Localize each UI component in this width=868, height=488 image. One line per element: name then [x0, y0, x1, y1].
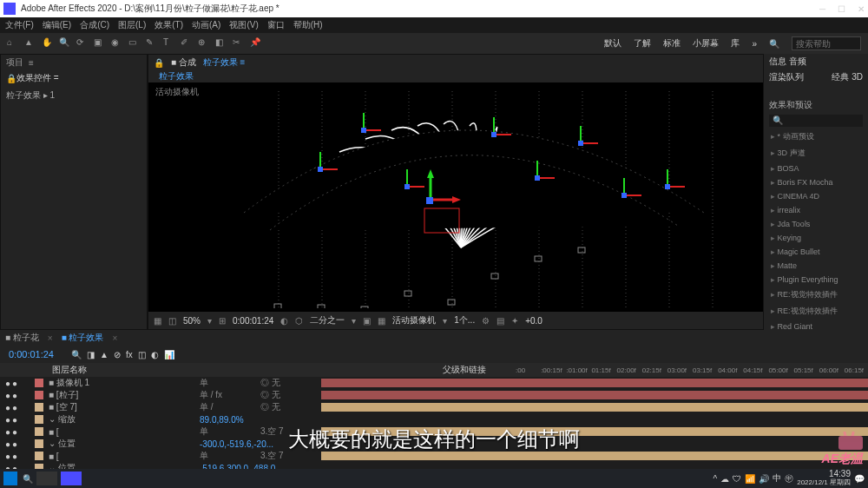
effect-category[interactable]: 3D 声道	[764, 145, 868, 162]
project-item[interactable]: 粒子效果 ▸ 1	[6, 89, 141, 102]
tray-sound-icon[interactable]: 🔊	[759, 474, 769, 484]
menu-view[interactable]: 视图(V)	[229, 19, 258, 31]
layer-parent[interactable]: ◎ 无	[260, 389, 321, 401]
pixel-icon[interactable]: ▤	[496, 316, 504, 326]
snap-icon[interactable]: ◫	[168, 316, 176, 326]
roto-tool-icon[interactable]: ✂	[233, 37, 245, 49]
camera-dropdown[interactable]: 活动摄像机	[392, 314, 436, 326]
visibility-icon[interactable]: ●	[5, 391, 10, 400]
layer-name[interactable]: ⌄ 位置	[43, 438, 200, 450]
layer-name[interactable]: ■ [粒子]	[43, 389, 200, 401]
layer-row[interactable]: ●● ■ 摄像机 1 单 ◎ 无	[0, 377, 868, 389]
layer-row[interactable]: ●● ■ [粒子] 单 / fx ◎ 无	[0, 389, 868, 401]
layer-color[interactable]	[35, 452, 43, 460]
timeline-tab-1[interactable]: ■ 粒子花	[5, 332, 39, 344]
render-queue-btn[interactable]: 渲染队列	[769, 72, 804, 82]
menu-anim[interactable]: 动画(A)	[192, 19, 220, 31]
selection-tool-icon[interactable]: ▲	[24, 37, 36, 49]
zoom-value[interactable]: 50%	[183, 316, 201, 326]
effect-category[interactable]: Red Giant	[764, 320, 868, 330]
effect-category[interactable]: CINEMA 4D	[764, 189, 868, 203]
layer-track[interactable]	[321, 402, 868, 412]
layer-mode[interactable]: -300.0,-519.6,-20...	[200, 439, 260, 449]
lock-icon[interactable]: 🔒	[154, 58, 164, 68]
clone-tool-icon[interactable]: ⊕	[198, 37, 210, 49]
start-button[interactable]	[3, 472, 17, 485]
tray-up-icon[interactable]: ^	[713, 474, 717, 484]
layer-color[interactable]	[35, 415, 43, 424]
menu-effect[interactable]: 效果(T)	[155, 19, 183, 31]
3d-icon[interactable]: ✦	[511, 316, 518, 326]
close-icon[interactable]: ✕	[858, 4, 865, 14]
layer-mode[interactable]: 单	[200, 377, 260, 389]
gear-icon[interactable]: ⚙	[482, 316, 490, 326]
puppet-tool-icon[interactable]: 📌	[250, 37, 262, 49]
tray-safe-icon[interactable]: 🛡	[733, 474, 741, 484]
layer-parent[interactable]: ◎ 无	[260, 401, 321, 413]
workspace-small[interactable]: 小屏幕	[693, 37, 719, 49]
timecode-display[interactable]: 0:00:01:24	[233, 316, 273, 326]
layer-mode[interactable]: 单	[200, 425, 260, 438]
layer-name[interactable]: ■ 摄像机 1	[43, 377, 200, 389]
menu-layer[interactable]: 图层(L)	[118, 19, 146, 31]
time-ruler[interactable]: :00:00:15f:01:00f01:15f02:00f02:15f03:00…	[512, 363, 868, 377]
layer-track[interactable]	[321, 378, 868, 388]
viewport-canvas[interactable]: 活动摄像机	[148, 82, 763, 312]
visibility-icon[interactable]: ●	[5, 439, 10, 449]
timeline-tab-2[interactable]: ■ 粒子效果	[62, 332, 104, 344]
layer-mode[interactable]: 单	[200, 450, 260, 462]
pan-behind-icon[interactable]: ◉	[111, 37, 123, 49]
effect-category[interactable]: Matte	[764, 259, 868, 273]
layer-track[interactable]	[321, 390, 868, 400]
effect-category[interactable]: Jda Tools	[764, 217, 868, 231]
comp-name-header[interactable]: 粒子效果 ≡	[203, 56, 246, 69]
tray-ime2-icon[interactable]: ㊥	[785, 472, 793, 485]
effect-category[interactable]: RE:视觉特效插件	[764, 287, 868, 303]
alpha-icon[interactable]: ◐	[280, 316, 288, 326]
comp-breadcrumb[interactable]: 粒子效果	[159, 71, 194, 81]
layer-color[interactable]	[35, 439, 43, 448]
layer-track[interactable]	[321, 414, 868, 425]
workspace-learn[interactable]: 了解	[634, 37, 651, 49]
effect-category[interactable]: Magic Bullet	[764, 245, 868, 259]
fx-icon[interactable]: fx	[126, 350, 133, 359]
transparency-icon[interactable]: ▦	[378, 316, 385, 326]
layer-name[interactable]: ■ [	[43, 427, 200, 437]
grid-icon[interactable]: ▦	[154, 316, 161, 326]
tray-wifi-icon[interactable]: 📶	[745, 474, 755, 484]
tray-onedrive-icon[interactable]: ☁	[720, 474, 729, 484]
effect-controls-tab[interactable]: 🔒 效果控件 =	[1, 70, 147, 86]
visibility-icon[interactable]: ●	[5, 403, 10, 412]
workspace-standard[interactable]: 标准	[663, 37, 681, 49]
roi-icon[interactable]: ▣	[363, 316, 371, 326]
menu-help[interactable]: 帮助(H)	[293, 19, 323, 31]
workspace-more-icon[interactable]: »	[752, 39, 757, 49]
mask-icon[interactable]: ⬡	[295, 316, 303, 326]
zoom-tool-icon[interactable]: 🔍	[59, 37, 71, 49]
layer-color[interactable]	[35, 391, 43, 399]
visibility-icon[interactable]: ●	[5, 427, 10, 437]
search-taskbar-icon[interactable]: 🔍	[23, 474, 33, 484]
workspace-default[interactable]: 默认	[604, 37, 621, 49]
taskbar[interactable]: 🔍 ^ ☁ 🛡 📶 🔊 中 ㊥ 14:39 2022/12/1 星期四 💬	[0, 469, 868, 488]
layer-color[interactable]	[35, 379, 43, 387]
info-tab[interactable]: 信息	[769, 56, 786, 66]
taskbar-clock[interactable]: 14:39 2022/12/1 星期四	[797, 470, 851, 487]
layer-name[interactable]: ⌄ 缩放	[43, 413, 200, 425]
eraser-tool-icon[interactable]: ◧	[215, 37, 227, 49]
task-icon[interactable]	[36, 472, 57, 485]
camera-tool-icon[interactable]: ▣	[94, 37, 106, 49]
frame-blend-icon[interactable]: ◫	[138, 350, 146, 359]
lock-icon[interactable]: 🔒	[6, 74, 16, 83]
visibility-icon[interactable]: ●	[5, 415, 10, 425]
text-tool-icon[interactable]: T	[163, 37, 175, 49]
exposure-value[interactable]: +0.0	[525, 316, 542, 326]
audio-tab[interactable]: 音频	[789, 56, 806, 66]
effect-category[interactable]: Plugin Everything	[764, 273, 868, 287]
tray-ime-icon[interactable]: 中	[773, 472, 781, 485]
project-tab[interactable]: 项目	[6, 56, 23, 69]
visibility-icon[interactable]: ●	[5, 379, 10, 388]
layer-row[interactable]: ●● ■ [空 7] 单 / ◎ 无	[0, 401, 868, 413]
effect-category[interactable]: BOSA	[764, 162, 868, 175]
layer-mode[interactable]: 89.0,89.0%	[200, 415, 260, 425]
